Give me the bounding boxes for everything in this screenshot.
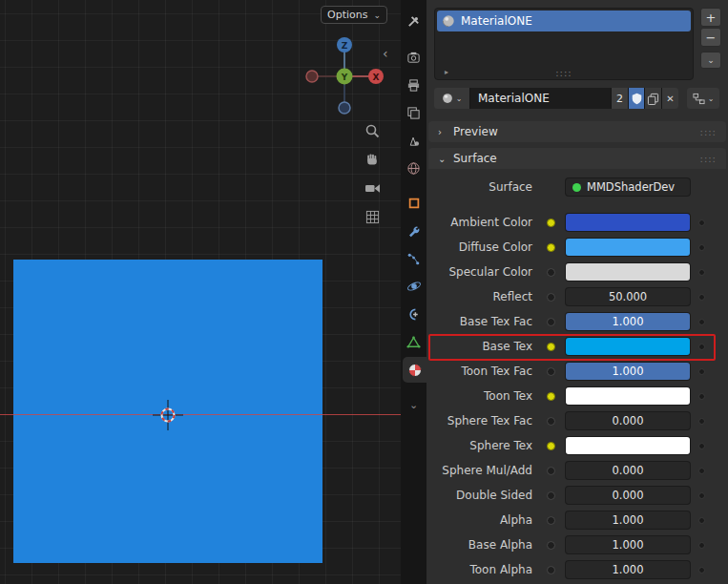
keyframe-dot[interactable] bbox=[547, 343, 555, 351]
list-resize-grip[interactable]: :::: bbox=[435, 68, 693, 78]
tab-material[interactable] bbox=[403, 357, 426, 383]
tab-physics[interactable] bbox=[401, 275, 426, 298]
decorator-dot[interactable] bbox=[698, 542, 705, 549]
material-name-field[interactable]: MaterialONE bbox=[469, 88, 611, 109]
color-swatch[interactable] bbox=[566, 437, 690, 454]
tab-output[interactable] bbox=[401, 73, 426, 96]
keyframe-dot[interactable] bbox=[547, 467, 555, 475]
gizmo-z-label: Z bbox=[342, 41, 348, 51]
particles-icon bbox=[406, 252, 421, 266]
sidebar-collapse-arrow[interactable]: ‹ bbox=[383, 46, 388, 61]
material-slot-list[interactable]: MaterialONE ▸ :::: bbox=[434, 8, 694, 80]
keyframe-dot[interactable] bbox=[547, 417, 555, 426]
fake-user-toggle[interactable] bbox=[628, 88, 644, 109]
material-slot-selected[interactable]: MaterialONE bbox=[437, 10, 691, 31]
color-swatch[interactable] bbox=[566, 338, 690, 355]
keyframe-dot[interactable] bbox=[547, 268, 555, 277]
decorator-dot[interactable] bbox=[698, 393, 705, 400]
constraints-icon bbox=[406, 307, 421, 322]
add-material-slot-button[interactable]: + bbox=[700, 8, 721, 27]
properties-tab-bar: ⌄ bbox=[401, 0, 426, 584]
tab-particles[interactable] bbox=[401, 247, 426, 270]
decorator-dot[interactable] bbox=[698, 269, 705, 276]
tab-world[interactable] bbox=[401, 156, 426, 179]
keyframe-dot[interactable] bbox=[547, 293, 555, 302]
gizmo-neg-x-axis[interactable] bbox=[306, 71, 318, 82]
preview-panel-header[interactable]: › Preview :::: bbox=[428, 121, 726, 142]
decorator-dot[interactable] bbox=[698, 567, 705, 574]
keyframe-dot[interactable] bbox=[547, 566, 555, 574]
number-field[interactable]: 0.000 bbox=[566, 412, 690, 429]
unlink-material-button[interactable]: ✕ bbox=[661, 88, 678, 109]
tab-object[interactable] bbox=[401, 192, 426, 215]
properties-panel: MaterialONE ▸ :::: + − ⌄ ⌄ MaterialONE 2 bbox=[426, 0, 728, 584]
tab-scene[interactable] bbox=[401, 129, 426, 152]
tab-modifiers[interactable] bbox=[401, 219, 426, 242]
decorator-dot[interactable] bbox=[698, 517, 705, 524]
color-swatch[interactable] bbox=[566, 263, 690, 281]
tab-view-layer[interactable] bbox=[401, 101, 426, 124]
hand-icon bbox=[364, 152, 380, 167]
surface-panel-header[interactable]: ⌄ Surface :::: bbox=[428, 148, 726, 169]
property-label: Base Alpha bbox=[426, 538, 532, 552]
copy-icon bbox=[647, 93, 659, 105]
decorator-dot[interactable] bbox=[698, 468, 705, 474]
decorator-dot[interactable] bbox=[698, 219, 705, 226]
slot-specials-dropdown[interactable]: ⌄ bbox=[700, 52, 721, 69]
color-swatch[interactable] bbox=[566, 387, 690, 405]
keyframe-dot[interactable] bbox=[547, 541, 555, 550]
magnifier-icon bbox=[364, 123, 381, 139]
keyframe-dot[interactable] bbox=[547, 442, 555, 450]
number-field[interactable]: 50.000 bbox=[566, 288, 690, 305]
browse-node-tree-button[interactable]: ⌄ bbox=[687, 88, 719, 109]
color-swatch[interactable] bbox=[566, 239, 690, 256]
camera-view-button[interactable] bbox=[364, 179, 381, 197]
keyframe-dot[interactable] bbox=[547, 243, 555, 252]
decorator-dot[interactable] bbox=[698, 418, 705, 425]
number-field[interactable]: 1.000 bbox=[566, 561, 690, 578]
decorator-dot[interactable] bbox=[698, 319, 705, 325]
decorator-dot[interactable] bbox=[698, 443, 705, 449]
slider-field[interactable]: 1.000 bbox=[566, 363, 690, 380]
decorator-dot[interactable] bbox=[698, 244, 705, 251]
keyframe-dot[interactable] bbox=[547, 516, 555, 525]
property-label: Reflect bbox=[426, 290, 532, 303]
tabs-overflow-chevron[interactable]: ⌄ bbox=[401, 393, 426, 416]
number-field[interactable]: 1.000 bbox=[566, 511, 690, 529]
keyframe-dot[interactable] bbox=[547, 367, 555, 376]
panel-drag-grip[interactable]: :::: bbox=[700, 127, 717, 137]
options-dropdown[interactable]: Options ⌄ bbox=[321, 6, 387, 24]
zoom-tool-button[interactable] bbox=[364, 122, 381, 139]
keyframe-dot[interactable] bbox=[547, 392, 555, 401]
browse-material-button[interactable]: ⌄ bbox=[434, 88, 469, 109]
panel-drag-grip[interactable]: :::: bbox=[700, 154, 717, 164]
new-material-copy-button[interactable] bbox=[644, 88, 661, 109]
shader-field[interactable]: MMDShaderDev bbox=[566, 178, 690, 196]
navigation-gizmo[interactable]: Z X Y bbox=[304, 36, 385, 116]
tab-render[interactable] bbox=[401, 46, 426, 69]
property-row: Sphere Tex Fac0.000 bbox=[426, 408, 728, 433]
decorator-dot[interactable] bbox=[698, 344, 705, 350]
slider-field[interactable]: 1.000 bbox=[566, 313, 690, 330]
remove-material-slot-button[interactable]: − bbox=[700, 28, 721, 47]
keyframe-dot[interactable] bbox=[547, 318, 555, 326]
world-globe-icon bbox=[406, 161, 421, 176]
keyframe-dot[interactable] bbox=[547, 219, 555, 227]
keyframe-dot[interactable] bbox=[547, 491, 555, 500]
color-swatch[interactable] bbox=[566, 214, 690, 231]
3d-viewport[interactable]: Options ⌄ Z X Y bbox=[0, 0, 401, 584]
decorator-dot[interactable] bbox=[698, 492, 705, 499]
tab-tool[interactable] bbox=[401, 10, 426, 32]
pan-tool-button[interactable] bbox=[364, 151, 381, 168]
decorator-dot[interactable] bbox=[698, 368, 705, 375]
toggle-grid-button[interactable] bbox=[364, 208, 381, 225]
users-count-button[interactable]: 2 bbox=[611, 88, 628, 109]
property-row: Sphere Tex bbox=[426, 433, 728, 458]
number-field[interactable]: 0.000 bbox=[566, 487, 690, 504]
decorator-dot[interactable] bbox=[698, 294, 705, 301]
tab-object-data[interactable] bbox=[401, 330, 426, 353]
number-field[interactable]: 0.000 bbox=[566, 462, 690, 479]
tab-constraints[interactable] bbox=[401, 302, 426, 325]
gizmo-neg-z-axis[interactable] bbox=[339, 102, 350, 114]
number-field[interactable]: 1.000 bbox=[566, 536, 690, 553]
